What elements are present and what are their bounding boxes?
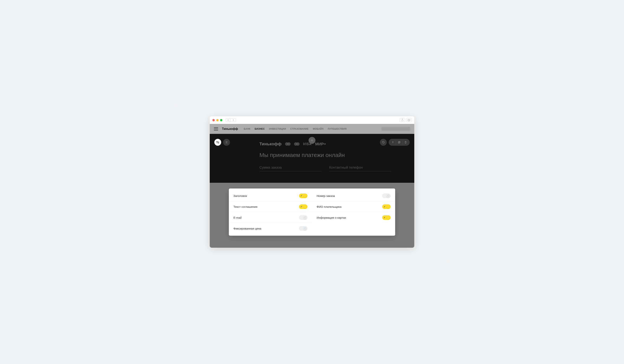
nav-link-investments[interactable]: ИНВЕСТИЦИИ: [269, 128, 286, 130]
maestro-icon: [294, 142, 300, 146]
setting-row-email: E-mail: [229, 212, 312, 223]
setting-label: Заголовок: [234, 194, 247, 198]
move-up-button[interactable]: [390, 139, 396, 146]
left-toolbar: [214, 139, 230, 146]
settings-col-right: Номер заказа ФИО плательщика Информация …: [312, 190, 395, 234]
menu-icon[interactable]: [214, 127, 218, 130]
top-nav: Тинькофф БАНК БИЗНЕС ИНВЕСТИЦИИ СТРАХОВА…: [210, 124, 414, 134]
nav-link-business[interactable]: БИЗНЕС: [255, 128, 265, 130]
nav-link-bank[interactable]: БАНК: [244, 128, 250, 130]
setting-row-fixedprice: Фиксированная цена: [229, 223, 312, 234]
mastercard-icon: [285, 142, 291, 146]
svg-point-4: [218, 142, 219, 143]
nav-link-insurance[interactable]: СТРАХОВАНИЕ: [290, 128, 309, 130]
chrome-right-group: [400, 118, 412, 122]
browser-chrome: [210, 116, 414, 124]
toggle-ordernum[interactable]: [382, 193, 390, 198]
maximize-window-button[interactable]: [220, 119, 222, 121]
traffic-lights: [212, 119, 222, 121]
svg-point-2: [217, 141, 217, 142]
setting-label: E-mail: [234, 216, 242, 219]
copy-button[interactable]: [396, 139, 402, 146]
setting-label: Фиксированная цена: [234, 227, 261, 230]
setting-label: Информация о картах: [317, 216, 346, 219]
nav-buttons: [226, 118, 236, 122]
align-button[interactable]: [223, 139, 230, 146]
close-window-button[interactable]: [212, 119, 215, 121]
svg-rect-0: [408, 119, 410, 121]
toggle-fixedprice[interactable]: [299, 226, 307, 231]
delete-button[interactable]: [402, 139, 409, 146]
toggle-cardinfo[interactable]: [382, 215, 390, 220]
amount-input[interactable]: Сумма заказа: [260, 166, 322, 171]
back-button[interactable]: [226, 118, 230, 122]
brand-row: Тинькофф VISA МИР: [260, 141, 391, 146]
nav-link-mobile[interactable]: МОБАЙЛ: [313, 128, 323, 130]
outer-frame: Тинькофф БАНК БИЗНЕС ИНВЕСТИЦИИ СТРАХОВА…: [175, 102, 449, 262]
user-area-blurred[interactable]: [381, 127, 410, 131]
setting-row-title: Заголовок: [229, 190, 312, 201]
browser-window: Тинькофф БАНК БИЗНЕС ИНВЕСТИЦИИ СТРАХОВА…: [210, 116, 414, 248]
settings-col-left: Заголовок Текст соглашения E-mail Ф: [229, 190, 312, 234]
forward-button[interactable]: [231, 118, 236, 122]
payment-headline[interactable]: Мы принимаем платежи онлайн: [260, 152, 391, 158]
toggle-fullname[interactable]: [382, 204, 390, 209]
nav-link-travel[interactable]: ПУТЕШЕСТВИЯ: [328, 128, 347, 130]
merchant-logo: Тинькофф: [260, 141, 282, 146]
setting-label: Номер заказа: [317, 194, 335, 198]
setting-row-fullname: ФИО плательщика: [312, 201, 395, 212]
bottom-section: Заголовок Текст соглашения E-mail Ф: [210, 183, 414, 248]
toggle-email[interactable]: [299, 215, 307, 220]
toggle-agreement[interactable]: [299, 204, 307, 209]
viewport: Тинькофф БАНК БИЗНЕС ИНВЕСТИЦИИ СТРАХОВА…: [210, 124, 414, 248]
svg-rect-1: [408, 119, 410, 121]
settings-toggle-button[interactable]: [214, 139, 221, 146]
setting-label: ФИО плательщика: [317, 205, 341, 208]
setting-row-cardinfo: Информация о картах: [312, 212, 395, 223]
setting-label: Текст соглашения: [234, 205, 257, 208]
action-pill: [389, 139, 410, 146]
brand-logo[interactable]: Тинькофф: [222, 127, 238, 131]
phone-input[interactable]: Контактный телефон: [329, 166, 391, 171]
add-block-button[interactable]: [309, 137, 315, 144]
settings-popover: Заголовок Текст соглашения E-mail Ф: [229, 188, 395, 236]
setting-row-agreement: Текст соглашения: [229, 201, 312, 212]
setting-row-ordernum: Номер заказа: [312, 190, 395, 201]
refresh-button[interactable]: [380, 139, 387, 146]
minimize-window-button[interactable]: [216, 119, 218, 121]
right-toolbar: [380, 139, 410, 146]
mir-icon: МИР: [315, 142, 326, 146]
share-button[interactable]: [400, 118, 405, 122]
toggle-title[interactable]: [299, 193, 307, 198]
nav-links: БАНК БИЗНЕС ИНВЕСТИЦИИ СТРАХОВАНИЕ МОБАЙ…: [244, 128, 347, 130]
payment-content: Тинькофф VISA МИР Мы принимаем платежи о…: [233, 141, 391, 171]
input-row: Сумма заказа Контактный телефон: [260, 166, 391, 171]
tabs-button[interactable]: [406, 118, 412, 122]
